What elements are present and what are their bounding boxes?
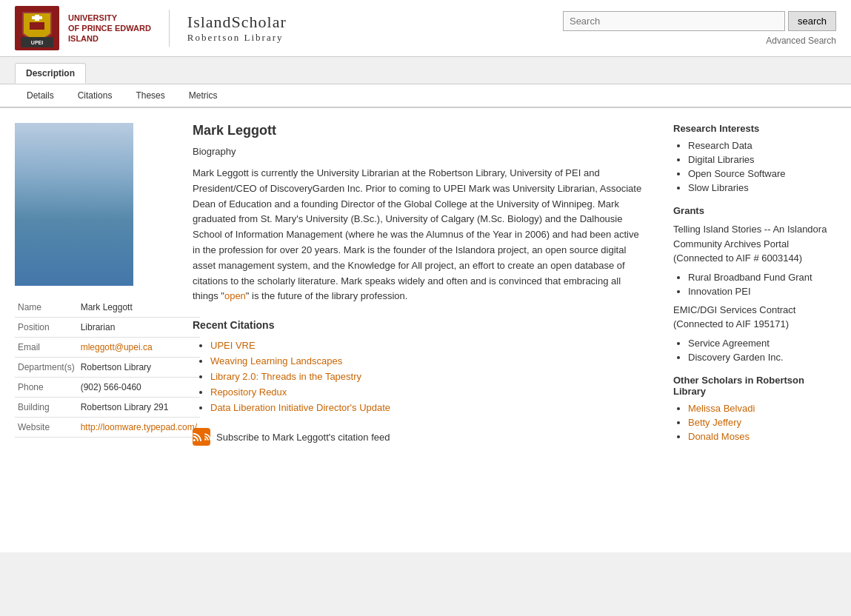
recent-citations-heading: Recent Citations bbox=[193, 319, 644, 331]
rss-svg bbox=[193, 430, 203, 443]
list-item: UPEI VRE bbox=[210, 340, 644, 351]
svg-point-17 bbox=[81, 200, 88, 206]
biography-label: Biography bbox=[193, 146, 644, 157]
svg-point-22 bbox=[53, 212, 95, 230]
citation-link-1[interactable]: Weaving Learning Landscapes bbox=[210, 355, 342, 366]
building-label: Building bbox=[15, 398, 78, 418]
right-column: Research Interests Research Data Digital… bbox=[673, 123, 836, 538]
list-item: Melissa Belvadi bbox=[688, 403, 836, 414]
citation-link-3[interactable]: Repository Redux bbox=[210, 386, 287, 398]
info-row-department: Department(s) Robertson Library bbox=[15, 358, 200, 378]
info-row-phone: Phone (902) 566-0460 bbox=[15, 378, 200, 398]
grants-heading: Grants bbox=[673, 205, 836, 216]
bio-text: Mark Leggott is currently the University… bbox=[193, 166, 644, 304]
scholar-link-1[interactable]: Betty Jeffery bbox=[688, 417, 741, 428]
list-item: Betty Jeffery bbox=[688, 417, 836, 428]
search-button[interactable]: search bbox=[788, 11, 836, 31]
citations-list: UPEI VRE Weaving Learning Landscapes Lib… bbox=[193, 340, 644, 413]
middle-column: Mark Leggott Biography Mark Leggott is c… bbox=[178, 123, 658, 538]
research-interests-heading: Research Interests bbox=[673, 123, 836, 134]
email-link[interactable]: mleggott@upei.ca bbox=[81, 342, 153, 352]
svg-rect-2 bbox=[30, 22, 36, 30]
svg-rect-11 bbox=[37, 234, 111, 286]
logo-area: UPEI UNIVERSITYof Prince EdwardISLAND Is… bbox=[15, 6, 563, 50]
list-item: Innovation PEI bbox=[688, 286, 836, 297]
feed-row: Subscribe to Mark Leggott's citation fee… bbox=[193, 428, 644, 446]
search-input[interactable] bbox=[563, 11, 785, 31]
bio-name-link: Mark Leggott bbox=[193, 167, 249, 178]
svg-rect-9 bbox=[15, 123, 133, 286]
header: UPEI UNIVERSITYof Prince EdwardISLAND Is… bbox=[0, 0, 851, 57]
bio-title-link: University Librarian at the Robertson Li… bbox=[193, 167, 600, 194]
grants-list-2: Service Agreement Discovery Garden Inc. bbox=[673, 338, 836, 363]
logo-divider bbox=[169, 10, 170, 47]
advanced-search-link[interactable]: Advanced Search bbox=[766, 36, 836, 46]
search-row: search bbox=[563, 11, 836, 31]
list-item: Library 2.0: Threads in the Tapestry bbox=[210, 371, 644, 382]
svg-rect-3 bbox=[39, 22, 44, 30]
feed-label: Subscribe to Mark Leggott's citation fee… bbox=[216, 432, 390, 443]
list-item: Weaving Learning Landscapes bbox=[210, 355, 644, 366]
citation-link-4[interactable]: Data Liberation Initiative Director's Up… bbox=[210, 402, 390, 413]
profile-photo-svg bbox=[15, 123, 133, 286]
citation-link-2[interactable]: Library 2.0: Threads in the Tapestry bbox=[210, 371, 361, 382]
grants-text-2: EMIC/DGI Services Contract (Connected to… bbox=[673, 303, 836, 332]
website-label: Website bbox=[15, 418, 78, 438]
grants-list-1: Rural Broadband Fund Grant Innovation PE… bbox=[673, 272, 836, 297]
svg-point-13 bbox=[46, 173, 102, 235]
svg-rect-12 bbox=[63, 219, 85, 241]
other-scholars-heading: Other Scholars in Robertson Library bbox=[673, 375, 836, 397]
info-row-position: Position Librarian bbox=[15, 318, 200, 338]
svg-point-21 bbox=[50, 213, 98, 237]
citation-link-0[interactable]: UPEI VRE bbox=[210, 340, 256, 351]
svg-point-16 bbox=[60, 200, 67, 206]
svg-point-19 bbox=[83, 202, 87, 206]
list-item: Discovery Garden Inc. bbox=[688, 352, 836, 363]
list-item: Data Liberation Initiative Director's Up… bbox=[210, 402, 644, 413]
left-column: Name Mark Leggott Position Librarian Ema… bbox=[15, 123, 163, 538]
svg-rect-4 bbox=[36, 22, 39, 30]
position-label: Position bbox=[15, 318, 78, 338]
svg-point-20 bbox=[70, 207, 78, 213]
svg-point-10 bbox=[33, 234, 115, 286]
search-area: search Advanced Search bbox=[563, 11, 836, 46]
tabs-row: Description bbox=[0, 57, 851, 84]
grants-text-1: Telling Island Stories -- An Islandora C… bbox=[673, 222, 836, 266]
bio-open-link[interactable]: open bbox=[224, 290, 246, 301]
tab-description[interactable]: Description bbox=[15, 63, 86, 84]
svg-rect-6 bbox=[32, 16, 42, 19]
islandscholar-name: IslandScholar bbox=[187, 13, 287, 32]
svg-point-15 bbox=[49, 175, 99, 212]
list-item: Slow Libraries bbox=[688, 182, 836, 193]
list-item: Donald Moses bbox=[688, 431, 836, 442]
university-name-block: UNIVERSITYof Prince EdwardISLAND bbox=[68, 13, 151, 44]
research-interests-list: Research Data Digital Libraries Open Sou… bbox=[673, 140, 836, 193]
info-row-email: Email mleggott@upei.ca bbox=[15, 338, 200, 358]
phone-label: Phone bbox=[15, 378, 78, 398]
department-label: Department(s) bbox=[15, 358, 78, 378]
svg-point-23 bbox=[193, 439, 196, 441]
scholar-link-0[interactable]: Melissa Belvadi bbox=[688, 403, 755, 414]
subtabs-row: Details Citations Theses Metrics bbox=[0, 84, 851, 108]
main-content: Name Mark Leggott Position Librarian Ema… bbox=[0, 108, 851, 552]
subtab-theses[interactable]: Theses bbox=[124, 84, 176, 108]
name-label: Name bbox=[15, 298, 78, 318]
subtab-metrics[interactable]: Metrics bbox=[177, 84, 230, 108]
rss-icon bbox=[193, 428, 210, 446]
info-row-name: Name Mark Leggott bbox=[15, 298, 200, 318]
info-table: Name Mark Leggott Position Librarian Ema… bbox=[15, 298, 200, 438]
info-row-website: Website http://loomware.typepad.com/ bbox=[15, 418, 200, 438]
list-item: Digital Libraries bbox=[688, 154, 836, 165]
subtab-citations[interactable]: Citations bbox=[66, 84, 124, 108]
list-item: Open Source Software bbox=[688, 168, 836, 179]
svg-text:UPEI: UPEI bbox=[31, 40, 43, 45]
list-item: Service Agreement bbox=[688, 338, 836, 349]
info-row-building: Building Robertson Library 291 bbox=[15, 398, 200, 418]
subtab-details[interactable]: Details bbox=[15, 84, 66, 108]
university-name: UNIVERSITYof Prince EdwardISLAND bbox=[68, 13, 151, 44]
scholar-link-2[interactable]: Donald Moses bbox=[688, 431, 750, 442]
email-label: Email bbox=[15, 338, 78, 358]
list-item: Repository Redux bbox=[210, 386, 644, 398]
robertson-library-subtitle: Robertson Library bbox=[187, 32, 287, 44]
upei-crest: UPEI bbox=[15, 6, 59, 50]
